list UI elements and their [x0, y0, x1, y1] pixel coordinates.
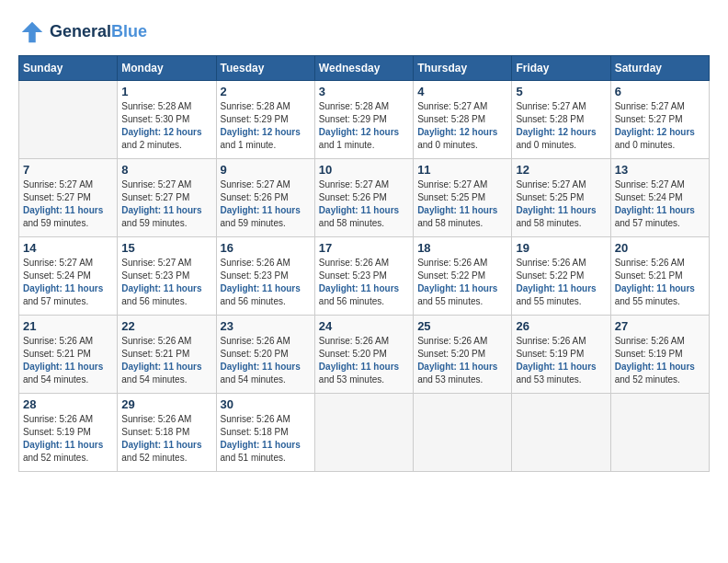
day-info-line: Daylight: 12 hours — [516, 127, 596, 137]
day-info-line: and 57 minutes. — [23, 296, 88, 306]
day-info-line: and 58 minutes. — [516, 218, 581, 228]
day-info-line: Daylight: 11 hours — [615, 283, 695, 293]
day-info-line: Daylight: 11 hours — [516, 362, 596, 372]
day-info-line: Daylight: 11 hours — [121, 362, 201, 372]
day-info-line: Sunrise: 5:26 AM — [319, 258, 389, 268]
calendar-day-cell: 11Sunrise: 5:27 AMSunset: 5:25 PMDayligh… — [414, 159, 512, 237]
calendar-day-cell: 23Sunrise: 5:26 AMSunset: 5:20 PMDayligh… — [216, 316, 314, 394]
day-info-line: Sunrise: 5:28 AM — [319, 101, 389, 111]
calendar-day-cell: 27Sunrise: 5:26 AMSunset: 5:19 PMDayligh… — [610, 316, 709, 394]
day-number: 25 — [417, 319, 507, 333]
day-info: Sunrise: 5:28 AMSunset: 5:29 PMDaylight:… — [319, 100, 409, 152]
day-info-line: and 52 minutes. — [121, 453, 187, 463]
calendar-day-cell: 6Sunrise: 5:27 AMSunset: 5:27 PMDaylight… — [610, 81, 709, 159]
day-info-line: Daylight: 12 hours — [615, 127, 695, 137]
day-info-line: Daylight: 11 hours — [615, 205, 695, 215]
calendar-day-cell: 29Sunrise: 5:26 AMSunset: 5:18 PMDayligh… — [118, 394, 216, 472]
day-info-line: and 57 minutes. — [615, 218, 680, 228]
day-info: Sunrise: 5:26 AMSunset: 5:23 PMDaylight:… — [221, 257, 311, 308]
day-info-line: and 59 minutes. — [121, 218, 187, 228]
day-info: Sunrise: 5:26 AMSunset: 5:20 PMDaylight:… — [417, 335, 507, 386]
day-info-line: Daylight: 11 hours — [23, 440, 103, 450]
calendar-day-cell: 21Sunrise: 5:26 AMSunset: 5:21 PMDayligh… — [19, 316, 118, 394]
calendar-table: SundayMondayTuesdayWednesdayThursdayFrid… — [18, 55, 710, 472]
day-info-line: Daylight: 12 hours — [221, 127, 301, 137]
calendar-day-cell: 15Sunrise: 5:27 AMSunset: 5:23 PMDayligh… — [118, 237, 216, 316]
day-number: 20 — [615, 241, 705, 255]
day-of-week-header: Thursday — [414, 56, 512, 81]
day-info-line: Daylight: 11 hours — [121, 205, 201, 215]
day-info-line: and 54 minutes. — [221, 374, 286, 385]
day-info: Sunrise: 5:28 AMSunset: 5:29 PMDaylight:… — [221, 100, 311, 152]
day-info: Sunrise: 5:27 AMSunset: 5:25 PMDaylight:… — [417, 178, 507, 230]
day-info-line: Sunrise: 5:28 AM — [121, 101, 191, 111]
day-info-line: Sunrise: 5:27 AM — [23, 258, 93, 268]
day-info-line: Sunset: 5:21 PM — [23, 349, 91, 359]
day-info-line: and 53 minutes. — [417, 374, 483, 385]
day-info-line: Sunrise: 5:27 AM — [121, 179, 191, 190]
day-info-line: and 53 minutes. — [319, 374, 384, 385]
day-number: 2 — [221, 85, 311, 98]
day-info: Sunrise: 5:26 AMSunset: 5:18 PMDaylight:… — [121, 413, 211, 465]
day-info-line: Daylight: 11 hours — [516, 283, 596, 293]
day-info-line: Sunset: 5:19 PM — [23, 427, 91, 437]
day-info-line: and 51 minutes. — [221, 453, 286, 463]
day-number: 28 — [23, 397, 113, 411]
day-info: Sunrise: 5:26 AMSunset: 5:19 PMDaylight:… — [23, 413, 113, 465]
day-info-line: Sunset: 5:26 PM — [319, 192, 387, 202]
day-info-line: Sunrise: 5:26 AM — [121, 414, 191, 424]
day-info-line: Sunset: 5:23 PM — [319, 270, 387, 281]
calendar-day-cell — [414, 394, 512, 472]
day-info-line: Daylight: 11 hours — [417, 283, 497, 293]
day-number: 18 — [417, 241, 507, 255]
day-info-line: Sunset: 5:23 PM — [221, 270, 289, 281]
day-info-line: and 52 minutes. — [23, 453, 88, 463]
calendar-day-cell: 28Sunrise: 5:26 AMSunset: 5:19 PMDayligh… — [19, 394, 118, 472]
day-info-line: Sunrise: 5:26 AM — [417, 258, 487, 268]
day-info-line: Sunset: 5:29 PM — [319, 114, 387, 124]
calendar-day-cell: 22Sunrise: 5:26 AMSunset: 5:21 PMDayligh… — [118, 316, 216, 394]
day-number: 16 — [221, 241, 311, 255]
day-info: Sunrise: 5:26 AMSunset: 5:20 PMDaylight:… — [319, 335, 409, 386]
calendar-day-cell: 19Sunrise: 5:26 AMSunset: 5:22 PMDayligh… — [512, 237, 610, 316]
day-info: Sunrise: 5:26 AMSunset: 5:19 PMDaylight:… — [516, 335, 606, 386]
day-info-line: and 56 minutes. — [319, 296, 384, 306]
day-info-line: Daylight: 12 hours — [417, 127, 497, 137]
calendar-day-cell: 18Sunrise: 5:26 AMSunset: 5:22 PMDayligh… — [414, 237, 512, 316]
calendar-day-cell: 16Sunrise: 5:26 AMSunset: 5:23 PMDayligh… — [216, 237, 314, 316]
day-number: 5 — [516, 85, 606, 98]
day-info-line: Daylight: 11 hours — [516, 205, 596, 215]
day-number: 11 — [417, 163, 507, 177]
day-info: Sunrise: 5:27 AMSunset: 5:27 PMDaylight:… — [121, 178, 211, 230]
day-info-line: Daylight: 11 hours — [121, 283, 201, 293]
day-info-line: and 1 minute. — [319, 140, 375, 150]
day-info-line: Sunrise: 5:27 AM — [615, 179, 685, 190]
day-info: Sunrise: 5:27 AMSunset: 5:26 PMDaylight:… — [221, 178, 311, 230]
day-number: 1 — [121, 85, 211, 98]
day-info-line: Sunrise: 5:27 AM — [319, 179, 389, 190]
day-info-line: Daylight: 11 hours — [23, 205, 103, 215]
day-number: 9 — [221, 163, 311, 177]
day-info-line: and 56 minutes. — [121, 296, 187, 306]
day-info-line: Daylight: 11 hours — [221, 283, 301, 293]
day-info-line: Sunset: 5:29 PM — [221, 114, 289, 124]
day-info: Sunrise: 5:26 AMSunset: 5:20 PMDaylight:… — [221, 335, 311, 386]
day-info-line: Sunset: 5:28 PM — [417, 114, 485, 124]
day-info-line: and 2 minutes. — [121, 140, 182, 150]
day-info-line: Sunset: 5:20 PM — [417, 349, 485, 359]
day-info-line: and 0 minutes. — [516, 140, 576, 150]
day-number: 14 — [23, 241, 113, 255]
day-info: Sunrise: 5:27 AMSunset: 5:24 PMDaylight:… — [23, 257, 113, 308]
calendar-day-cell: 10Sunrise: 5:27 AMSunset: 5:26 PMDayligh… — [314, 159, 413, 237]
calendar-day-cell: 2Sunrise: 5:28 AMSunset: 5:29 PMDaylight… — [216, 81, 314, 159]
day-of-week-header: Friday — [512, 56, 610, 81]
calendar-day-cell: 3Sunrise: 5:28 AMSunset: 5:29 PMDaylight… — [314, 81, 413, 159]
day-info-line: Sunset: 5:24 PM — [23, 270, 91, 281]
day-info-line: and 55 minutes. — [516, 296, 581, 306]
day-info-line: Sunset: 5:23 PM — [121, 270, 189, 281]
day-info-line: Daylight: 11 hours — [417, 362, 497, 372]
day-number: 15 — [121, 241, 211, 255]
day-info-line: Sunset: 5:26 PM — [221, 192, 289, 202]
day-info-line: Sunset: 5:21 PM — [615, 270, 683, 281]
day-info: Sunrise: 5:27 AMSunset: 5:25 PMDaylight:… — [516, 178, 606, 230]
